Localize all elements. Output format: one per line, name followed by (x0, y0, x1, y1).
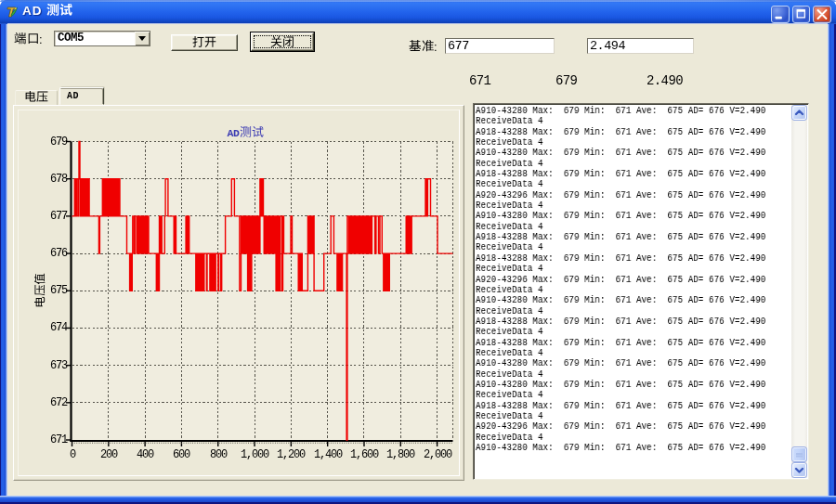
y-tick-label: 675 (30, 284, 67, 297)
scrollbar-grip-icon (796, 453, 803, 455)
y-tick-label: 671 (30, 433, 67, 446)
scrollbar-thumb[interactable] (791, 446, 807, 462)
window-frame-left (0, 24, 7, 504)
log-row[interactable]: A920-43296 Max: 679 Min: 671 Ave: 675 AD… (476, 421, 741, 432)
close-port-button-bevel (251, 32, 314, 51)
reference-input-2[interactable]: 2.494 (587, 38, 694, 54)
port-combobox[interactable]: COM5 (54, 31, 150, 46)
window-frame-bottom (0, 496, 836, 504)
port-combobox-value: COM5 (58, 32, 84, 45)
close-port-button[interactable] (250, 32, 315, 52)
log-row[interactable]: A910-43280 Max: 679 Min: 671 Ave: 675 AD… (476, 295, 741, 305)
minimize-button[interactable] (771, 6, 790, 23)
chart-panel: AD 6796786776766756746736726710200400600… (18, 110, 460, 476)
y-tick-label: 677 (30, 210, 67, 223)
y-tick-label: 674 (30, 321, 67, 334)
combobox-dropdown-button[interactable] (135, 32, 150, 45)
log-row[interactable]: A910-43280 Max: 679 Min: 671 Ave: 675 AD… (476, 443, 741, 453)
status-min-value: 671 (469, 73, 490, 88)
close-port-button-label (254, 35, 311, 48)
log-row[interactable]: ReceiveData 4 (476, 116, 741, 126)
log-listbox[interactable]: A910-43280 Max: 679 Min: 671 Ave: 675 AD… (473, 103, 809, 480)
titlebar[interactable]: AD (0, 0, 836, 24)
y-tick-label: 673 (30, 359, 67, 372)
chart-plot (19, 110, 461, 477)
y-tick-label: 679 (30, 136, 67, 149)
window-frame-right (828, 24, 836, 504)
scroll-up-arrow-icon (792, 106, 806, 120)
close-button[interactable] (813, 6, 831, 23)
client-area: : COM5 : 677 2.494 671 679 2.490 AD AD 6… (7, 24, 828, 496)
dropdown-arrow-icon (138, 36, 146, 41)
status-max-value: 679 (555, 73, 577, 88)
scrollbar-up-button[interactable] (791, 105, 807, 121)
log-row[interactable]: ReceiveData 4 (476, 264, 741, 274)
port-label: : (14, 32, 43, 46)
open-button[interactable] (171, 34, 238, 51)
y-tick-label: 676 (30, 247, 67, 260)
app-window: AD : COM5 : 677 2.494 671 679 2.490 (0, 0, 836, 504)
scroll-down-arrow-icon (792, 463, 806, 477)
status-volt-value: 2.490 (647, 73, 683, 88)
log-rows: A910-43280 Max: 679 Min: 671 Ave: 675 AD… (476, 106, 790, 477)
window-title: AD (22, 4, 72, 18)
tab-voltage[interactable] (15, 90, 58, 105)
x-tick-label: 2,000 (410, 448, 465, 461)
log-row[interactable]: ReceiveData 4 (476, 327, 741, 337)
app-icon (6, 4, 19, 20)
tab-ad[interactable]: AD (59, 87, 104, 105)
y-tick-label: 672 (30, 396, 67, 409)
y-tick-label: 678 (30, 173, 67, 186)
scrollbar-down-button[interactable] (791, 462, 807, 478)
vertical-scrollbar[interactable] (791, 105, 807, 478)
reference-input-1[interactable]: 677 (445, 38, 555, 54)
reference-label: : (409, 40, 438, 54)
log-row[interactable]: A910-43280 Max: 679 Min: 671 Ave: 675 AD… (476, 358, 741, 368)
maximize-button[interactable] (792, 6, 810, 23)
tab-page: AD 6796786776766756746736726710200400600… (13, 105, 464, 481)
log-row[interactable]: ReceiveData 4 (476, 390, 741, 400)
